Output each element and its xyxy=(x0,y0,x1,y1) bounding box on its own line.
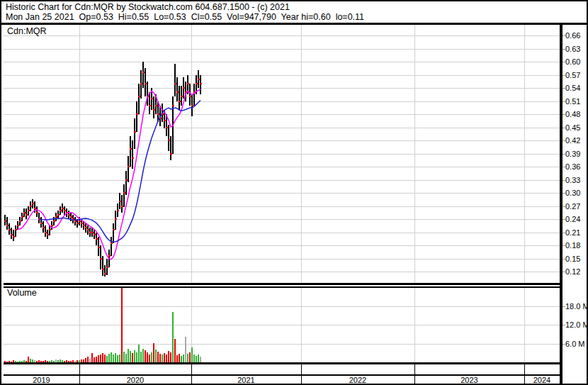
candle-bar xyxy=(98,237,99,256)
close-tick xyxy=(94,234,96,235)
close-tick xyxy=(155,105,157,106)
price-gridline xyxy=(4,259,560,260)
close-tick xyxy=(64,210,66,211)
close-tick xyxy=(119,201,121,202)
close-tick xyxy=(189,96,191,97)
close-tick xyxy=(121,206,123,207)
close-tick xyxy=(200,83,202,84)
candle-bar xyxy=(123,184,125,207)
price-tick-label: 0.39 xyxy=(565,150,588,158)
volume-bar xyxy=(40,361,42,362)
price-tick-label: 0.18 xyxy=(565,241,588,250)
close-tick xyxy=(62,208,64,209)
candle-bar xyxy=(136,101,137,132)
volume-bar xyxy=(183,355,184,362)
price-tick-label: 0.12 xyxy=(565,267,588,276)
close-tick xyxy=(172,105,174,106)
price-gridline xyxy=(4,101,560,102)
volume-bar xyxy=(140,352,142,362)
price-gridline xyxy=(4,75,560,76)
price-tick-label: 0.54 xyxy=(565,84,588,92)
close-tick xyxy=(153,109,155,111)
close-tick xyxy=(174,83,176,84)
close-tick xyxy=(132,157,134,159)
volume-bar xyxy=(123,352,125,362)
candle-bar xyxy=(153,96,154,118)
candle-bar xyxy=(149,92,150,114)
volume-bar xyxy=(189,352,191,362)
price-gridline xyxy=(4,272,560,272)
year-cell-divider xyxy=(191,364,192,385)
volume-bar xyxy=(134,350,135,362)
year-gridline-volume xyxy=(524,288,525,362)
close-tick xyxy=(136,113,138,115)
volume-bar xyxy=(170,352,171,362)
close-tick xyxy=(6,225,9,226)
volume-gridline xyxy=(4,306,560,307)
quote-summary-line: Mon Jan 25 2021 Op=0.53 Hi=0.55 Lo=0.53 … xyxy=(6,12,364,22)
volume-tick-label: 12.0 M xyxy=(565,320,588,329)
candle-bar xyxy=(176,77,178,101)
close-tick xyxy=(138,96,140,97)
volume-bar xyxy=(15,361,16,362)
price-gridline xyxy=(4,49,560,50)
candle-bar xyxy=(193,84,195,106)
volume-bar xyxy=(23,360,25,362)
volume-bar xyxy=(111,352,112,362)
close-tick xyxy=(15,229,17,230)
volume-bar xyxy=(159,354,161,362)
volume-bar xyxy=(166,355,167,362)
close-tick xyxy=(40,223,43,224)
close-tick xyxy=(57,214,60,216)
volume-bar xyxy=(149,355,150,362)
price-gridline xyxy=(4,35,560,36)
price-tick-label: 0.27 xyxy=(565,202,588,211)
price-gridline xyxy=(4,154,560,155)
price-gridline xyxy=(4,140,560,141)
close-tick xyxy=(89,232,91,233)
close-tick xyxy=(149,105,151,106)
price-gridline xyxy=(4,233,560,233)
volume-bar xyxy=(83,359,84,362)
volume-bar xyxy=(181,356,182,362)
candle-bar xyxy=(200,75,201,94)
close-tick xyxy=(4,221,6,222)
volume-bar xyxy=(153,343,154,362)
volume-bar xyxy=(96,357,97,362)
price-tick-label: 0.36 xyxy=(565,162,588,171)
candle-bar xyxy=(125,171,127,195)
volume-bar xyxy=(49,361,50,362)
close-tick xyxy=(11,234,13,235)
volume-bar xyxy=(6,362,8,362)
symbol-label: Cdn:MQR xyxy=(7,26,47,36)
price-tick-label: 0.51 xyxy=(565,97,588,106)
volume-bar xyxy=(68,361,69,362)
close-tick xyxy=(51,225,53,226)
volume-bar xyxy=(79,360,80,362)
candle-bar xyxy=(111,237,112,256)
candle-bar xyxy=(132,140,133,169)
candle-bar xyxy=(15,225,16,237)
volume-bar xyxy=(185,337,186,362)
close-tick xyxy=(196,83,198,84)
close-tick xyxy=(151,98,153,99)
year-label: 2022 xyxy=(340,376,375,384)
price-gridline xyxy=(4,62,560,62)
volume-bar xyxy=(106,356,108,362)
close-tick xyxy=(181,96,183,97)
price-pane-bottom-border xyxy=(4,283,560,285)
price-gridline xyxy=(4,88,560,89)
candle-bar xyxy=(102,256,103,276)
candle-bar xyxy=(147,82,148,106)
candle-bar xyxy=(13,230,14,241)
year-gridline-volume xyxy=(414,288,415,362)
year-cell-divider xyxy=(414,364,415,385)
close-tick xyxy=(125,179,128,181)
year-label: 2020 xyxy=(118,376,153,384)
volume-bar xyxy=(70,361,72,362)
year-gridline-volume xyxy=(79,288,80,362)
candle-bar xyxy=(142,62,144,88)
close-tick xyxy=(43,227,45,228)
candle-bar xyxy=(26,208,27,219)
close-tick xyxy=(36,212,38,213)
